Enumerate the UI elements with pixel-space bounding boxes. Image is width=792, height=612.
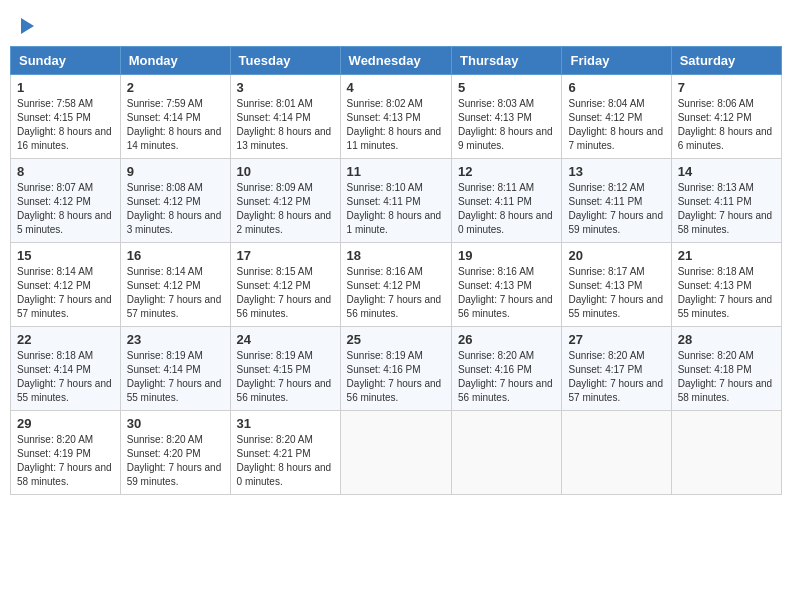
cell-info: Sunrise: 8:18 AM Sunset: 4:14 PM Dayligh… (17, 349, 114, 405)
cell-info: Sunrise: 8:07 AM Sunset: 4:12 PM Dayligh… (17, 181, 114, 237)
calendar-cell: 16Sunrise: 8:14 AM Sunset: 4:12 PM Dayli… (120, 243, 230, 327)
cell-info: Sunrise: 8:20 AM Sunset: 4:20 PM Dayligh… (127, 433, 224, 489)
calendar-cell: 11Sunrise: 8:10 AM Sunset: 4:11 PM Dayli… (340, 159, 451, 243)
cell-info: Sunrise: 8:04 AM Sunset: 4:12 PM Dayligh… (568, 97, 664, 153)
calendar-cell: 3Sunrise: 8:01 AM Sunset: 4:14 PM Daylig… (230, 75, 340, 159)
cell-info: Sunrise: 8:10 AM Sunset: 4:11 PM Dayligh… (347, 181, 445, 237)
calendar-week-row: 1Sunrise: 7:58 AM Sunset: 4:15 PM Daylig… (11, 75, 782, 159)
weekday-header-thursday: Thursday (452, 47, 562, 75)
cell-info: Sunrise: 8:14 AM Sunset: 4:12 PM Dayligh… (17, 265, 114, 321)
cell-info: Sunrise: 8:19 AM Sunset: 4:14 PM Dayligh… (127, 349, 224, 405)
cell-info: Sunrise: 8:20 AM Sunset: 4:18 PM Dayligh… (678, 349, 775, 405)
day-number: 27 (568, 332, 664, 347)
day-number: 21 (678, 248, 775, 263)
day-number: 30 (127, 416, 224, 431)
page-header (10, 10, 782, 41)
cell-info: Sunrise: 8:08 AM Sunset: 4:12 PM Dayligh… (127, 181, 224, 237)
day-number: 17 (237, 248, 334, 263)
day-number: 19 (458, 248, 555, 263)
cell-info: Sunrise: 8:15 AM Sunset: 4:12 PM Dayligh… (237, 265, 334, 321)
day-number: 29 (17, 416, 114, 431)
calendar-cell: 27Sunrise: 8:20 AM Sunset: 4:17 PM Dayli… (562, 327, 671, 411)
calendar-week-row: 15Sunrise: 8:14 AM Sunset: 4:12 PM Dayli… (11, 243, 782, 327)
cell-info: Sunrise: 8:16 AM Sunset: 4:12 PM Dayligh… (347, 265, 445, 321)
cell-info: Sunrise: 8:19 AM Sunset: 4:15 PM Dayligh… (237, 349, 334, 405)
day-number: 12 (458, 164, 555, 179)
day-number: 9 (127, 164, 224, 179)
calendar-cell: 26Sunrise: 8:20 AM Sunset: 4:16 PM Dayli… (452, 327, 562, 411)
day-number: 16 (127, 248, 224, 263)
calendar-cell: 19Sunrise: 8:16 AM Sunset: 4:13 PM Dayli… (452, 243, 562, 327)
cell-info: Sunrise: 8:16 AM Sunset: 4:13 PM Dayligh… (458, 265, 555, 321)
cell-info: Sunrise: 8:09 AM Sunset: 4:12 PM Dayligh… (237, 181, 334, 237)
cell-info: Sunrise: 8:18 AM Sunset: 4:13 PM Dayligh… (678, 265, 775, 321)
weekday-header-sunday: Sunday (11, 47, 121, 75)
cell-info: Sunrise: 8:19 AM Sunset: 4:16 PM Dayligh… (347, 349, 445, 405)
cell-info: Sunrise: 8:20 AM Sunset: 4:16 PM Dayligh… (458, 349, 555, 405)
calendar-cell (562, 411, 671, 495)
logo (20, 20, 34, 36)
calendar-cell: 6Sunrise: 8:04 AM Sunset: 4:12 PM Daylig… (562, 75, 671, 159)
calendar-cell: 13Sunrise: 8:12 AM Sunset: 4:11 PM Dayli… (562, 159, 671, 243)
weekday-header-monday: Monday (120, 47, 230, 75)
day-number: 20 (568, 248, 664, 263)
calendar-cell: 23Sunrise: 8:19 AM Sunset: 4:14 PM Dayli… (120, 327, 230, 411)
logo-triangle-icon (21, 18, 34, 34)
day-number: 22 (17, 332, 114, 347)
calendar-cell: 31Sunrise: 8:20 AM Sunset: 4:21 PM Dayli… (230, 411, 340, 495)
day-number: 18 (347, 248, 445, 263)
calendar-header-row: SundayMondayTuesdayWednesdayThursdayFrid… (11, 47, 782, 75)
calendar-cell: 18Sunrise: 8:16 AM Sunset: 4:12 PM Dayli… (340, 243, 451, 327)
calendar-body: 1Sunrise: 7:58 AM Sunset: 4:15 PM Daylig… (11, 75, 782, 495)
cell-info: Sunrise: 7:58 AM Sunset: 4:15 PM Dayligh… (17, 97, 114, 153)
calendar-cell: 15Sunrise: 8:14 AM Sunset: 4:12 PM Dayli… (11, 243, 121, 327)
calendar-cell: 21Sunrise: 8:18 AM Sunset: 4:13 PM Dayli… (671, 243, 781, 327)
calendar-cell: 5Sunrise: 8:03 AM Sunset: 4:13 PM Daylig… (452, 75, 562, 159)
cell-info: Sunrise: 8:02 AM Sunset: 4:13 PM Dayligh… (347, 97, 445, 153)
calendar-cell: 25Sunrise: 8:19 AM Sunset: 4:16 PM Dayli… (340, 327, 451, 411)
weekday-header-wednesday: Wednesday (340, 47, 451, 75)
calendar-cell: 20Sunrise: 8:17 AM Sunset: 4:13 PM Dayli… (562, 243, 671, 327)
calendar-week-row: 8Sunrise: 8:07 AM Sunset: 4:12 PM Daylig… (11, 159, 782, 243)
calendar-cell (671, 411, 781, 495)
calendar-cell: 8Sunrise: 8:07 AM Sunset: 4:12 PM Daylig… (11, 159, 121, 243)
calendar-cell (340, 411, 451, 495)
cell-info: Sunrise: 8:01 AM Sunset: 4:14 PM Dayligh… (237, 97, 334, 153)
calendar-cell (452, 411, 562, 495)
cell-info: Sunrise: 8:06 AM Sunset: 4:12 PM Dayligh… (678, 97, 775, 153)
day-number: 2 (127, 80, 224, 95)
day-number: 25 (347, 332, 445, 347)
day-number: 31 (237, 416, 334, 431)
calendar-cell: 29Sunrise: 8:20 AM Sunset: 4:19 PM Dayli… (11, 411, 121, 495)
weekday-header-tuesday: Tuesday (230, 47, 340, 75)
calendar-cell: 28Sunrise: 8:20 AM Sunset: 4:18 PM Dayli… (671, 327, 781, 411)
day-number: 28 (678, 332, 775, 347)
calendar-table: SundayMondayTuesdayWednesdayThursdayFrid… (10, 46, 782, 495)
cell-info: Sunrise: 8:20 AM Sunset: 4:21 PM Dayligh… (237, 433, 334, 489)
day-number: 14 (678, 164, 775, 179)
cell-info: Sunrise: 8:17 AM Sunset: 4:13 PM Dayligh… (568, 265, 664, 321)
calendar-cell: 12Sunrise: 8:11 AM Sunset: 4:11 PM Dayli… (452, 159, 562, 243)
day-number: 8 (17, 164, 114, 179)
day-number: 7 (678, 80, 775, 95)
calendar-week-row: 29Sunrise: 8:20 AM Sunset: 4:19 PM Dayli… (11, 411, 782, 495)
cell-info: Sunrise: 8:03 AM Sunset: 4:13 PM Dayligh… (458, 97, 555, 153)
cell-info: Sunrise: 8:13 AM Sunset: 4:11 PM Dayligh… (678, 181, 775, 237)
calendar-cell: 2Sunrise: 7:59 AM Sunset: 4:14 PM Daylig… (120, 75, 230, 159)
cell-info: Sunrise: 8:12 AM Sunset: 4:11 PM Dayligh… (568, 181, 664, 237)
day-number: 3 (237, 80, 334, 95)
calendar-cell: 7Sunrise: 8:06 AM Sunset: 4:12 PM Daylig… (671, 75, 781, 159)
cell-info: Sunrise: 7:59 AM Sunset: 4:14 PM Dayligh… (127, 97, 224, 153)
calendar-cell: 22Sunrise: 8:18 AM Sunset: 4:14 PM Dayli… (11, 327, 121, 411)
day-number: 4 (347, 80, 445, 95)
calendar-cell: 30Sunrise: 8:20 AM Sunset: 4:20 PM Dayli… (120, 411, 230, 495)
calendar-cell: 1Sunrise: 7:58 AM Sunset: 4:15 PM Daylig… (11, 75, 121, 159)
calendar-cell: 17Sunrise: 8:15 AM Sunset: 4:12 PM Dayli… (230, 243, 340, 327)
day-number: 23 (127, 332, 224, 347)
weekday-header-saturday: Saturday (671, 47, 781, 75)
day-number: 1 (17, 80, 114, 95)
cell-info: Sunrise: 8:14 AM Sunset: 4:12 PM Dayligh… (127, 265, 224, 321)
day-number: 6 (568, 80, 664, 95)
calendar-week-row: 22Sunrise: 8:18 AM Sunset: 4:14 PM Dayli… (11, 327, 782, 411)
cell-info: Sunrise: 8:11 AM Sunset: 4:11 PM Dayligh… (458, 181, 555, 237)
